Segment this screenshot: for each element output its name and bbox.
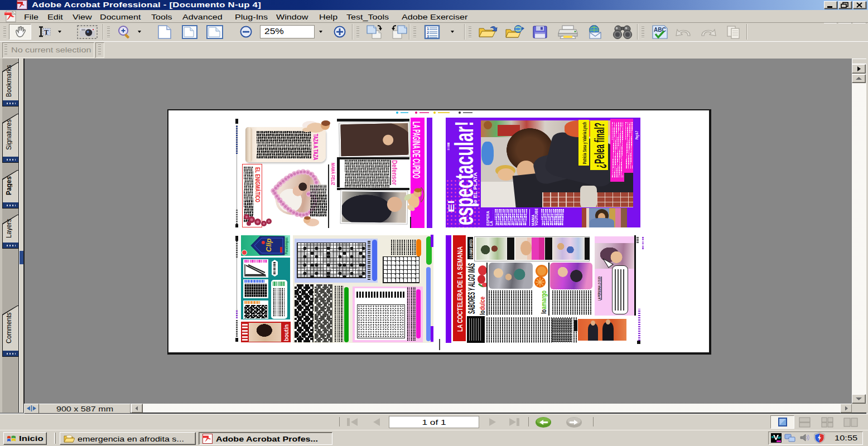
svg-text:LA PAGINA DE CUPIDO: LA PAGINA DE CUPIDO <box>411 122 422 178</box>
svg-text:lodulce: lodulce <box>479 297 486 315</box>
svg-text:EL ENIGMÁTICO: EL ENIGMÁTICO <box>254 167 261 202</box>
svg-text:Clip: Clip <box>264 238 273 252</box>
svg-text:SABORES Y ALGO MÁS: SABORES Y ALGO MÁS <box>466 263 477 314</box>
svg-text:Defensor: Defensor <box>390 160 399 185</box>
svg-text:LO MAS VISTO: LO MAS VISTO <box>469 239 474 258</box>
svg-text:LA COCTELERA DE LA SEMANA: LA COCTELERA DE LA SEMANA <box>456 246 464 332</box>
svg-text:Pasatiempos: Pasatiempos <box>284 237 289 254</box>
svg-text:LA PERSONA LO DIJO: LA PERSONA LO DIJO <box>597 277 601 300</box>
svg-text:¿Pelea final?: ¿Pelea final? <box>592 123 607 168</box>
svg-text:boutin: boutin <box>283 324 290 341</box>
svg-text:Pag 6-7: Pag 6-7 <box>635 131 639 139</box>
svg-text:T: T <box>44 28 49 36</box>
svg-text:El: El <box>446 200 456 212</box>
svg-text:loamargo: loamargo <box>540 290 548 314</box>
svg-text:TAZA A TAZA: TAZA A TAZA <box>312 134 319 160</box>
svg-text:Patricia Sosa y Valeria Lynch: Patricia Sosa y Valeria Lynch <box>582 122 587 164</box>
svg-text:de EL PLATA: de EL PLATA <box>472 172 478 206</box>
svg-text:MAMÁ FELIZ: MAMÁ FELIZ <box>330 163 336 185</box>
svg-text:3: 3 <box>427 34 429 39</box>
